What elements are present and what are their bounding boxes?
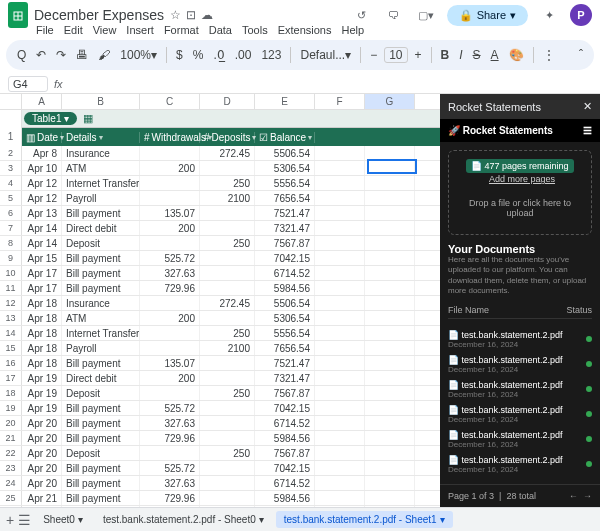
table-chip[interactable]: Table1 ▾ [24, 112, 77, 125]
prev-page-icon[interactable]: ← [569, 491, 578, 501]
status-col: Status [566, 305, 592, 315]
col-details[interactable]: Details▾ [62, 132, 140, 143]
share-button[interactable]: 🔒Share▾ [447, 5, 528, 26]
history-icon[interactable]: ↺ [351, 4, 373, 26]
document-title[interactable]: December Expenses [34, 7, 164, 23]
print-icon[interactable]: 🖶 [73, 48, 91, 62]
table-row[interactable]: 12Apr 18Insurance272.455506.54 [0, 296, 440, 311]
col-header-E[interactable]: E [255, 94, 315, 109]
menu-icon[interactable]: ☰ [583, 125, 592, 136]
redo-icon[interactable]: ↷ [53, 48, 69, 62]
table-row[interactable]: 20Apr 20Bill payment327.636714.52 [0, 416, 440, 431]
col-header-F[interactable]: F [315, 94, 365, 109]
bold-icon[interactable]: B [438, 48, 453, 62]
table-row[interactable]: 11Apr 17Bill payment729.965984.56 [0, 281, 440, 296]
col-header-A[interactable]: A [22, 94, 62, 109]
table-row[interactable]: 16Apr 18Bill payment135.077521.47 [0, 356, 440, 371]
table-row[interactable]: 17Apr 19Direct debit2007321.47 [0, 371, 440, 386]
decimal-dec-icon[interactable]: .0̲ [210, 48, 227, 62]
cloud-icon[interactable]: ☁ [201, 8, 213, 22]
add-sheet-icon[interactable]: + [6, 512, 14, 528]
comment-icon[interactable]: 🗨 [383, 4, 405, 26]
next-page-icon[interactable]: → [583, 491, 592, 501]
document-item[interactable]: 📄 test.bank.statement.2.pdfDecember 16, … [448, 352, 592, 377]
search-menus-icon[interactable]: Q [14, 48, 29, 62]
table-row[interactable]: 7Apr 14Direct debit2007321.47 [0, 221, 440, 236]
spreadsheet-grid[interactable]: ABCDEFG Table1 ▾ ▦ 1 ▥ Date▾ Details▾ # … [0, 94, 440, 507]
italic-icon[interactable]: I [456, 48, 465, 62]
text-color-icon[interactable]: A [488, 48, 502, 62]
table-row[interactable]: 18Apr 19Deposit2507567.87 [0, 386, 440, 401]
gemini-icon[interactable]: ✦ [538, 4, 560, 26]
zoom-select[interactable]: 100% ▾ [117, 48, 160, 62]
menu-file[interactable]: File [36, 24, 54, 36]
currency-icon[interactable]: $ [173, 48, 186, 62]
font-inc-icon[interactable]: + [412, 48, 425, 62]
avatar[interactable]: P [570, 4, 592, 26]
decimal-inc-icon[interactable]: .00 [232, 48, 255, 62]
table-row[interactable]: 19Apr 19Bill payment525.727042.15 [0, 401, 440, 416]
status-dot [586, 361, 592, 367]
table-row[interactable]: 6Apr 13Bill payment135.077521.47 [0, 206, 440, 221]
font-dec-icon[interactable]: − [367, 48, 380, 62]
close-sidebar-icon[interactable]: ✕ [583, 100, 592, 113]
sheet-tab-1[interactable]: test.bank.statement.2.pdf - Sheet0 ▾ [95, 511, 272, 528]
menu-help[interactable]: Help [341, 24, 364, 36]
col-date[interactable]: ▥ Date▾ [22, 132, 62, 143]
paint-format-icon[interactable]: 🖌 [95, 48, 113, 62]
all-sheets-icon[interactable]: ☰ [18, 512, 31, 528]
table-row[interactable]: 4Apr 12Internet Transfer2505556.54 [0, 176, 440, 191]
menu-extensions[interactable]: Extensions [278, 24, 332, 36]
percent-icon[interactable]: % [190, 48, 207, 62]
col-header-C[interactable]: C [140, 94, 200, 109]
menu-tools[interactable]: Tools [242, 24, 268, 36]
document-item[interactable]: 📄 test.bank.statement.2.pdfDecember 16, … [448, 427, 592, 452]
table-row[interactable]: 9Apr 15Bill payment525.727042.15 [0, 251, 440, 266]
more-formats-icon[interactable]: 123 [258, 48, 284, 62]
table-row[interactable]: 10Apr 17Bill payment327.636714.52 [0, 266, 440, 281]
menu-view[interactable]: View [93, 24, 117, 36]
table-row[interactable]: 24Apr 20Bill payment327.636714.52 [0, 476, 440, 491]
menu-format[interactable]: Format [164, 24, 199, 36]
meet-icon[interactable]: ▢▾ [415, 4, 437, 26]
upload-dropzone[interactable]: 📄 477 pages remainingAdd more pages Drop… [448, 150, 592, 235]
table-row[interactable]: 23Apr 20Bill payment525.727042.15 [0, 461, 440, 476]
col-header-D[interactable]: D [200, 94, 255, 109]
move-icon[interactable]: ⊡ [186, 8, 196, 22]
font-size-input[interactable]: 10 [384, 47, 407, 63]
table-row[interactable]: 5Apr 12Payroll21007656.54 [0, 191, 440, 206]
col-balance[interactable]: ☑ Balance▾ [255, 132, 315, 143]
table-row[interactable]: 25Apr 21Bill payment729.965984.56 [0, 491, 440, 506]
toolbar-more-icon[interactable]: ⋮ [540, 48, 558, 62]
table-row[interactable]: 8Apr 14Deposit2507567.87 [0, 236, 440, 251]
col-header-B[interactable]: B [62, 94, 140, 109]
col-header-G[interactable]: G [365, 94, 415, 109]
star-icon[interactable]: ☆ [170, 8, 181, 22]
document-item[interactable]: 📄 test.bank.statement.2.pdfDecember 16, … [448, 452, 592, 476]
strike-icon[interactable]: S [470, 48, 484, 62]
table-row[interactable]: 14Apr 18Internet Transfer2505556.54 [0, 326, 440, 341]
sheet-tab-2[interactable]: test.bank.statement.2.pdf - Sheet1 ▾ [276, 511, 453, 528]
document-item[interactable]: 📄 test.bank.statement.2.pdfDecember 16, … [448, 402, 592, 427]
collapse-toolbar-icon[interactable]: ˆ [576, 48, 586, 62]
menu-edit[interactable]: Edit [64, 24, 83, 36]
undo-icon[interactable]: ↶ [33, 48, 49, 62]
add-more-pages-link[interactable]: Add more pages [489, 174, 555, 184]
font-select[interactable]: Defaul... ▾ [297, 48, 354, 62]
name-box[interactable]: G4 [8, 76, 48, 92]
brand-label: 🚀 Rocket Statements [448, 125, 553, 136]
table-row[interactable]: 26Closing Balance$9,710.87 [0, 506, 440, 507]
table-row[interactable]: 13Apr 18ATM2005306.54 [0, 311, 440, 326]
document-item[interactable]: 📄 test.bank.statement.2.pdfDecember 16, … [448, 327, 592, 352]
table-row[interactable]: 21Apr 20Bill payment729.965984.56 [0, 431, 440, 446]
menu-insert[interactable]: Insert [126, 24, 154, 36]
menu-data[interactable]: Data [209, 24, 232, 36]
sheet-tab-0[interactable]: Sheet0 ▾ [35, 511, 91, 528]
col-withdrawals[interactable]: # Withdrawals▾ [140, 132, 200, 143]
drop-hint: Drop a file or click here to upload [457, 190, 583, 226]
fill-color-icon[interactable]: 🎨 [506, 48, 527, 62]
document-item[interactable]: 📄 test.bank.statement.2.pdfDecember 16, … [448, 377, 592, 402]
table-row[interactable]: 22Apr 20Deposit2507567.87 [0, 446, 440, 461]
table-grid-icon[interactable]: ▦ [83, 112, 93, 125]
table-row[interactable]: 15Apr 18Payroll21007656.54 [0, 341, 440, 356]
